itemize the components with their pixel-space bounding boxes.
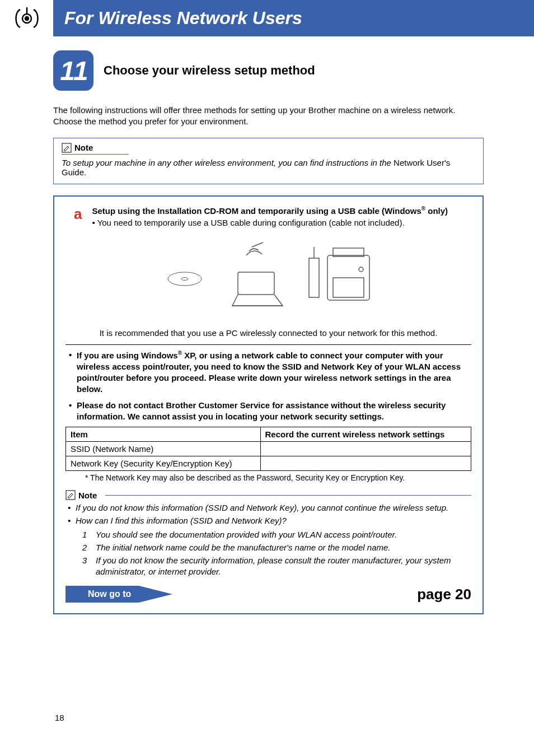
- table-cell-ssid: SSID (Network Name): [66, 442, 261, 456]
- goto-label: Now go to: [65, 586, 139, 603]
- intro-text: The following instructions will offer th…: [53, 105, 484, 128]
- svg-point-5: [181, 277, 188, 280]
- wireless-signal-icon: [9, 6, 45, 31]
- cd-icon: [162, 255, 207, 300]
- top-note-box: Note To setup your machine in any other …: [53, 138, 484, 184]
- recommend-text: It is recommended that you use a PC wire…: [65, 328, 471, 338]
- step-title: Choose your wireless setup method: [104, 63, 315, 78]
- page-number: 18: [55, 713, 64, 722]
- svg-rect-14: [66, 491, 75, 500]
- table-cell-key-value[interactable]: [260, 456, 471, 471]
- step-number-badge: 11: [53, 50, 93, 91]
- inner-note-li2: How can I find this information (SSID an…: [76, 515, 471, 577]
- table-cell-ssid-value[interactable]: [260, 442, 471, 456]
- table-cell-key: Network Key (Security Key/Encryption Key…: [66, 456, 261, 471]
- page-header: For Wireless Network Users: [0, 0, 534, 36]
- svg-point-4: [168, 272, 202, 286]
- step-number: 11: [60, 55, 86, 86]
- option-subtext: You need to temporarily use a USB cable …: [92, 218, 471, 227]
- option-title: Setup using the Installation CD-ROM and …: [92, 206, 471, 216]
- inner-note-label: Note: [65, 490, 471, 500]
- svg-point-2: [25, 17, 29, 20]
- table-header-item: Item: [66, 427, 261, 442]
- svg-rect-12: [333, 278, 364, 297]
- svg-point-13: [359, 267, 363, 272]
- svg-rect-3: [62, 143, 71, 152]
- header-icon-container: [0, 0, 53, 36]
- note-text: To setup your machine in any other wirel…: [62, 158, 475, 177]
- step-header: 11 Choose your wireless setup method: [53, 50, 484, 91]
- inner-note-li1: If you do not know this information (SSI…: [76, 502, 471, 514]
- table-row: Network Key (Security Key/Encryption Key…: [66, 456, 471, 471]
- goto-row: Now go to page 20: [65, 586, 471, 603]
- divider-line: [105, 495, 471, 496]
- table-footnote: * The Network Key may also be described …: [85, 473, 471, 482]
- warning-item-2: Please do not contact Brother Customer S…: [77, 400, 471, 423]
- note-label-text: Note: [74, 143, 93, 152]
- setup-diagram: [65, 230, 471, 325]
- svg-rect-8: [309, 258, 319, 297]
- inner-note-box: Note If you do not know this information…: [65, 490, 471, 578]
- option-a-box: a Setup using the Installation CD-ROM an…: [53, 195, 484, 614]
- table-header-record: Record the current wireless network sett…: [260, 427, 471, 442]
- goto-page: page 20: [417, 586, 471, 603]
- warning-section: If you are using Windows® XP, or using a…: [65, 344, 471, 603]
- settings-table: Item Record the current wireless network…: [65, 427, 471, 471]
- warning-item-1: If you are using Windows® XP, or using a…: [77, 349, 471, 395]
- goto-arrow: Now go to: [65, 586, 172, 603]
- inner-ol-1: 1You should see the documentation provid…: [82, 529, 471, 540]
- printer-router-icon: [308, 241, 375, 314]
- arrow-tip-icon: [139, 586, 172, 603]
- inner-ol-2: 2The initial network name could be the m…: [82, 542, 471, 553]
- option-letter: a: [74, 206, 82, 221]
- svg-rect-6: [238, 272, 274, 295]
- pencil-note-icon: [62, 143, 72, 153]
- table-row: SSID (Network Name): [66, 442, 471, 456]
- laptop-wireless-icon: [224, 241, 291, 314]
- header-title: For Wireless Network Users: [53, 8, 302, 29]
- inner-ol-3: 3If you do not know the security informa…: [82, 555, 471, 578]
- pencil-note-icon: [65, 490, 76, 500]
- note-label: Note: [62, 143, 129, 155]
